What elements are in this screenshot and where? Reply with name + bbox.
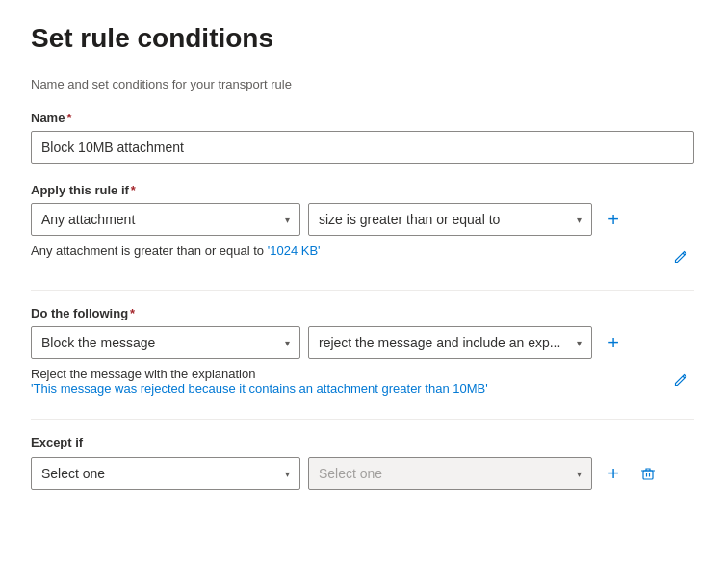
action-left-value: Block the message	[41, 335, 155, 350]
except-right-chevron-icon: ▾	[577, 469, 582, 479]
required-indicator-2: *	[131, 183, 136, 197]
condition-right-chevron-icon: ▾	[577, 215, 582, 225]
trash-icon	[640, 466, 656, 481]
add-except-button[interactable]: +	[600, 460, 627, 487]
apply-rule-info-link: '1024 KB'	[268, 243, 321, 258]
add-action-button[interactable]: +	[600, 329, 627, 356]
name-section: Name*	[31, 111, 694, 164]
except-right-value: Select one	[319, 466, 382, 481]
except-if-label: Except if	[31, 435, 694, 449]
pencil-icon-2	[673, 372, 688, 388]
plus-icon-3: +	[608, 463, 619, 485]
name-label: Name*	[31, 111, 694, 125]
except-if-dropdown-row: Select one ▾ Select one ▾ +	[31, 457, 694, 490]
divider-2	[31, 419, 694, 420]
action-right-value: reject the message and include an exp...	[319, 335, 560, 350]
except-left-dropdown[interactable]: Select one ▾	[31, 457, 300, 490]
action-left-dropdown[interactable]: Block the message ▾	[31, 326, 300, 359]
do-following-dropdown-row: Block the message ▾ reject the message a…	[31, 326, 694, 359]
svg-rect-0	[643, 471, 653, 479]
do-following-info-row: Reject the message with the explanation …	[31, 367, 694, 399]
except-if-section: Except if Select one ▾ Select one ▾ +	[31, 435, 694, 490]
except-left-chevron-icon: ▾	[285, 469, 290, 479]
delete-except-button[interactable]	[634, 460, 661, 487]
except-left-value: Select one	[41, 466, 105, 481]
except-right-dropdown[interactable]: Select one ▾	[308, 457, 592, 490]
action-left-chevron-icon: ▾	[285, 338, 290, 348]
page-subtitle: Name and set conditions for your transpo…	[31, 77, 694, 91]
condition-right-dropdown[interactable]: size is greater than or equal to ▾	[308, 203, 592, 236]
do-following-info-prefix: Reject the message with the explanation	[31, 367, 488, 381]
do-following-info-link: 'This message was rejected because it co…	[31, 381, 488, 396]
action-right-dropdown[interactable]: reject the message and include an exp...…	[308, 326, 592, 359]
apply-rule-section: Apply this rule if* Any attachment ▾ siz…	[31, 183, 694, 270]
condition-right-value: size is greater than or equal to	[319, 212, 500, 227]
apply-rule-label: Apply this rule if*	[31, 183, 694, 197]
add-condition-button[interactable]: +	[600, 206, 627, 233]
apply-rule-info-row: Any attachment is greater than or equal …	[31, 243, 694, 270]
action-right-chevron-icon: ▾	[577, 338, 582, 348]
name-input[interactable]	[31, 131, 694, 164]
apply-rule-dropdown-row: Any attachment ▾ size is greater than or…	[31, 203, 694, 236]
plus-icon: +	[608, 209, 619, 231]
do-following-info-text: Reject the message with the explanation …	[31, 367, 488, 396]
do-following-label: Do the following*	[31, 306, 694, 320]
do-following-section: Do the following* Block the message ▾ re…	[31, 306, 694, 399]
apply-rule-info-text: Any attachment is greater than or equal …	[31, 243, 321, 258]
condition-left-chevron-icon: ▾	[285, 215, 290, 225]
page-title: Set rule conditions	[31, 23, 694, 54]
edit-action-button[interactable]	[667, 367, 694, 394]
condition-left-value: Any attachment	[41, 212, 135, 227]
edit-condition-button[interactable]	[667, 243, 694, 270]
required-indicator-3: *	[130, 306, 135, 320]
divider-1	[31, 290, 694, 291]
plus-icon-2: +	[608, 332, 619, 354]
pencil-icon	[673, 249, 688, 265]
required-indicator: *	[66, 111, 71, 125]
condition-left-dropdown[interactable]: Any attachment ▾	[31, 203, 300, 236]
